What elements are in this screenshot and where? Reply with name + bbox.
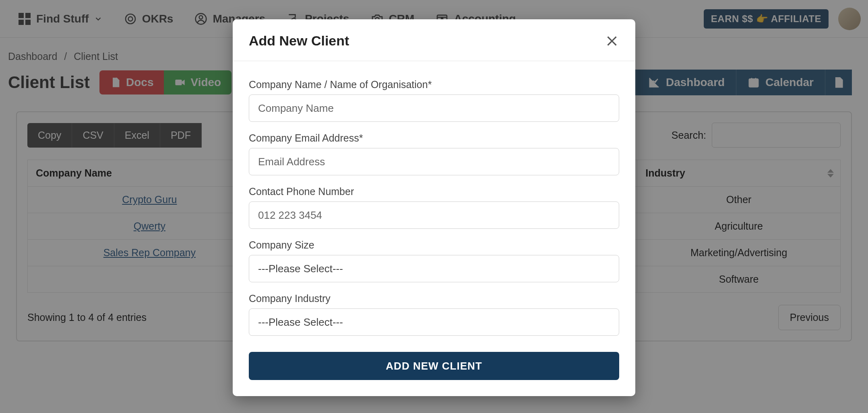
phone-input[interactable] <box>249 201 619 229</box>
company-name-input[interactable] <box>249 95 619 122</box>
email-input[interactable] <box>249 148 619 175</box>
size-label: Company Size <box>249 239 619 251</box>
add-client-modal: Add New Client Company Name / Name of Or… <box>233 19 635 396</box>
submit-button[interactable]: ADD NEW CLIENT <box>249 352 619 380</box>
company-name-label: Company Name / Name of Organisation* <box>249 79 619 90</box>
industry-select[interactable]: ---Please Select--- <box>249 308 619 336</box>
email-label: Company Email Address* <box>249 132 619 144</box>
industry-label: Company Industry <box>249 293 619 304</box>
size-select[interactable]: ---Please Select--- <box>249 255 619 282</box>
close-icon <box>605 34 619 48</box>
modal-title: Add New Client <box>249 33 349 49</box>
modal-overlay: Add New Client Company Name / Name of Or… <box>0 0 868 413</box>
close-button[interactable] <box>605 34 619 48</box>
phone-label: Contact Phone Number <box>249 186 619 197</box>
